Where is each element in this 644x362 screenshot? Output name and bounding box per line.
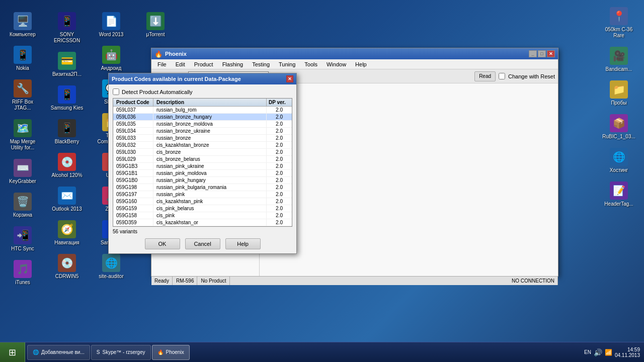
desktop-icon-050km[interactable]: 📍 050km С-36Rare xyxy=(599,5,639,41)
dp-ver-cell: 2.0 xyxy=(267,114,292,120)
taskbar-clock[interactable]: 14:59 04.11.2013 xyxy=(615,347,640,358)
status-no-connection: NO CONNECTION xyxy=(509,277,558,285)
desktop-icon-vizcard[interactable]: 💳 Визитка2П... xyxy=(47,50,87,79)
desktop-icon-basket[interactable]: 🗑️ Корзина xyxy=(3,191,43,220)
dp-ver-cell: 2.0 xyxy=(267,191,292,198)
dp-ver-cell: 2.0 xyxy=(267,121,292,127)
clock-time: 14:59 xyxy=(615,347,640,352)
network-icon: 📶 xyxy=(605,349,612,356)
menu-tools[interactable]: Tools xyxy=(300,60,321,68)
desktop-icon-mapmerge[interactable]: 🗺️ Map Merge Utility for... xyxy=(3,117,43,153)
description-cell: russian_bulg_rom xyxy=(153,107,267,113)
menu-edit[interactable]: Edit xyxy=(172,60,189,68)
table-row[interactable]: 059G197 russian_pink 2.0 xyxy=(113,191,292,198)
desktop-icon-bandicam[interactable]: 🎥 Bandicam... xyxy=(599,45,639,74)
description-cell: russian_pink_hungary xyxy=(153,177,267,184)
desktop-icon-nokia[interactable]: 📱 Nokia xyxy=(3,44,43,73)
read-button[interactable]: Read xyxy=(474,71,496,81)
taskbar-right: EN 🔊 📶 14:59 04.11.2013 xyxy=(580,342,644,362)
desktop-icon-site[interactable]: 🌐 site-auditor xyxy=(91,252,131,282)
product-code-cell: 059G197 xyxy=(113,191,153,198)
desktop-icon-keygrabber[interactable]: ⌨️ KeyGrabber xyxy=(3,157,43,187)
table-row[interactable]: 059G198 russian_pink_bulgaria_romania 2.… xyxy=(113,184,292,191)
desktop-icon-proby[interactable]: 📁 Пробы xyxy=(599,78,639,108)
desktop-icon-blackberry[interactable]: 📱 BlackBerry xyxy=(47,117,87,147)
skype-taskbar-icon: S xyxy=(97,349,100,355)
table-row[interactable]: 059L030 cis_bronze 2.0 xyxy=(113,149,292,156)
statusbar: Ready RM-596 No Product NO CONNECTION xyxy=(151,276,558,285)
table-row[interactable]: 059G158 cis_pink 2.0 xyxy=(113,212,292,219)
speaker-icon: 🔊 xyxy=(594,348,602,356)
menu-product[interactable]: Product xyxy=(190,60,217,68)
table-row[interactable]: 059L033 russian_bronze 2.0 xyxy=(113,135,292,142)
col-description: Description xyxy=(153,99,267,106)
dp-ver-cell: 2.0 xyxy=(267,198,292,205)
dialog-titlebar: Product Codes available in current Data-… xyxy=(109,73,296,84)
maximize-button[interactable]: □ xyxy=(538,50,546,57)
table-row[interactable]: 059G1B1 russian_pink_moldova 2.0 xyxy=(113,170,292,177)
desktop-icon-outlook[interactable]: ✉️ Outlook 2013 xyxy=(47,185,87,214)
table-row[interactable]: 059L035 russian_bronze_moldova 2.0 xyxy=(113,121,292,128)
right-panel xyxy=(260,83,558,276)
desktop-icon-sony[interactable]: 📱 SONY ERICSSON xyxy=(47,10,87,46)
desktop-icon-cdrwin[interactable]: 💿 CDRWIN5 xyxy=(47,252,87,282)
desktop-icon-itunes[interactable]: 🎵 iTunes xyxy=(3,258,43,288)
dialog-close-button[interactable]: ✕ xyxy=(286,75,293,82)
desktop-icon-rubic[interactable]: 📦 RuBIC_1_03... xyxy=(599,112,639,142)
table-row[interactable]: 059L037 russian_bulg_rom 2.0 xyxy=(113,107,292,114)
desktop-icon-samsung[interactable]: 📱 Samsung Kies xyxy=(47,83,87,113)
menu-flashing[interactable]: Flashing xyxy=(218,60,248,68)
phoenix-title: Phoenix xyxy=(165,51,187,57)
col-product-code: Product Code xyxy=(113,99,153,106)
detect-auto-checkbox[interactable] xyxy=(113,88,119,95)
table-row[interactable]: 059G160 cis_kazakhstan_pink 2.0 xyxy=(113,198,292,205)
status-ready: Ready xyxy=(151,277,173,285)
menu-help[interactable]: Help xyxy=(351,60,371,68)
desktop-icon-computer[interactable]: 🖥️ Компьютер xyxy=(3,10,43,40)
product-code-cell: 059G160 xyxy=(113,198,153,205)
detect-auto-label: Detect Product Automatically xyxy=(122,89,193,95)
dp-ver-cell: 2.0 xyxy=(267,177,292,184)
help-button[interactable]: Help xyxy=(225,238,261,249)
taskbar-item-skype[interactable]: S Skype™ - rzsergey xyxy=(91,345,151,360)
start-button[interactable]: ⊞ xyxy=(0,342,25,363)
desktop-icon-headertag[interactable]: 📝 HeaderTag... xyxy=(599,179,639,209)
desktop-icon-navigacia[interactable]: 🧭 Навигация xyxy=(47,218,87,248)
desktop-icon-android[interactable]: 🤖 Андроид xyxy=(91,44,131,73)
table-row[interactable]: 059G1B3 russian_pink_ukraine 2.0 xyxy=(113,163,292,170)
desktop-icon-htc[interactable]: 📲 HTC Sync xyxy=(3,224,43,254)
description-cell: cis_bronze xyxy=(153,149,267,155)
table-row[interactable]: 059L032 cis_kazakhstan_bronze 2.0 xyxy=(113,142,292,149)
menu-window[interactable]: Window xyxy=(323,60,350,68)
change-reset-checkbox[interactable] xyxy=(499,73,505,79)
dialog-content: Detect Product Automatically Product Cod… xyxy=(109,84,296,253)
table-row[interactable]: 059L034 russian_bronze_ukraine 2.0 xyxy=(113,128,292,135)
close-button[interactable]: ✕ xyxy=(547,50,555,57)
desktop-icons-area: 🖥️ Компьютер 📱 Nokia 🔧 RIFF Box JTAG... … xyxy=(0,5,55,302)
desktop-icon-torrent[interactable]: ⬇️ μTorrent xyxy=(135,10,176,40)
table-row[interactable]: 059D359 cis_kazakhstan_or 2.0 xyxy=(113,219,292,226)
taskbar-item-browser[interactable]: 🌐 Добавленные ви... xyxy=(27,345,90,360)
ok-button[interactable]: OK xyxy=(145,238,180,249)
product-code-cell: 059L032 xyxy=(113,142,153,148)
taskbar-item-phoenix[interactable]: 🔥 Phoenix xyxy=(152,345,190,360)
menu-testing[interactable]: Testing xyxy=(248,60,274,68)
product-table-body[interactable]: 059L037 russian_bulg_rom 2.0 059L036 rus… xyxy=(113,107,292,226)
table-row[interactable]: 059G159 cis_pink_belarus 2.0 xyxy=(113,205,292,212)
table-row[interactable]: 059G1B0 russian_pink_hungary 2.0 xyxy=(113,177,292,184)
dp-ver-cell: 2.0 xyxy=(267,219,292,226)
product-code-cell: 059G158 xyxy=(113,212,153,219)
cancel-button[interactable]: Cancel xyxy=(185,238,220,249)
desktop-icon-riff[interactable]: 🔧 RIFF Box JTAG... xyxy=(3,77,43,113)
table-row[interactable]: 059L029 cis_bronze_belarus 2.0 xyxy=(113,156,292,163)
menu-tuning[interactable]: Tuning xyxy=(275,60,299,68)
desktop-icon-hosting[interactable]: 🌐 Хостинг xyxy=(599,146,639,175)
product-code-cell: 059L034 xyxy=(113,128,153,134)
menu-file[interactable]: File xyxy=(153,60,171,68)
minimize-button[interactable]: _ xyxy=(529,50,537,57)
toolbar-right: Read Change with Reset xyxy=(474,71,555,81)
table-row[interactable]: 059L036 russian_bronze_hungary 2.0 xyxy=(113,114,292,121)
desktop-icon-word[interactable]: 📄 Word 2013 xyxy=(91,10,131,40)
product-code-cell: 059L030 xyxy=(113,149,153,155)
desktop-icon-alcohol[interactable]: 💿 Alcohol 120% xyxy=(47,151,87,180)
